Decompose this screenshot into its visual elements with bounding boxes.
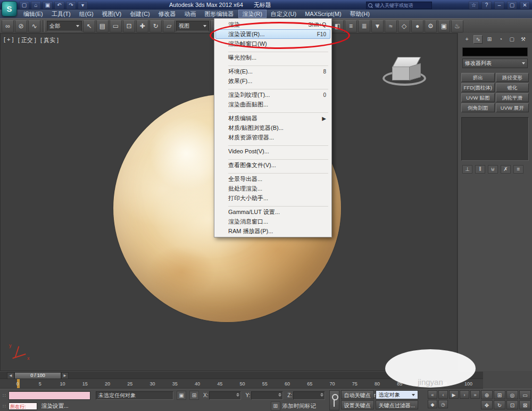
- menu-bar-item[interactable]: 图形编辑器: [201, 10, 238, 18]
- unlink-selection-icon[interactable]: ⊘: [15, 20, 27, 32]
- render-menu-item[interactable]: 渲染曲面贴图...: [214, 100, 331, 109]
- menu-bar-item[interactable]: 渲染(R): [238, 10, 267, 18]
- select-and-scale-icon[interactable]: ▱: [163, 20, 175, 32]
- schematic-view-icon[interactable]: ◇: [398, 20, 410, 32]
- key-mode-toggle-icon[interactable]: ◆: [428, 400, 437, 408]
- render-menu-item[interactable]: 渲染消息窗口...: [214, 217, 331, 226]
- set-key-button[interactable]: 设置关键点: [341, 400, 374, 409]
- tab-display[interactable]: ▢: [508, 35, 517, 44]
- modifier-set-button[interactable]: 路径变形: [496, 73, 529, 82]
- show-end-result-icon[interactable]: ‖: [475, 165, 485, 174]
- pin-stack-icon[interactable]: ⊥: [462, 165, 472, 174]
- reference-coordinate-dropdown[interactable]: 视图: [176, 21, 209, 31]
- curve-editor-icon[interactable]: ≈: [385, 20, 397, 32]
- modifier-list-dropdown[interactable]: 修改器列表: [462, 59, 528, 68]
- orbit-icon[interactable]: ↻: [494, 400, 505, 409]
- render-menu-item[interactable]: [228, 49, 328, 52]
- select-and-rotate-icon[interactable]: ↻: [149, 20, 162, 32]
- render-menu-item[interactable]: 材质编辑器 ▶: [214, 113, 331, 123]
- render-menu-item[interactable]: RAM 播放器(P)...: [214, 226, 331, 236]
- render-menu-item[interactable]: 环境(E)... 8: [214, 67, 331, 76]
- modifier-set-button[interactable]: 挤出: [461, 73, 495, 82]
- menu-bar-item[interactable]: 视图(V): [98, 10, 126, 18]
- y-coordinate-field[interactable]: [251, 391, 283, 400]
- menu-bar-item[interactable]: 组(G): [75, 10, 98, 18]
- select-and-move-icon[interactable]: ✚: [136, 20, 148, 32]
- sign-in-icon[interactable]: ☆: [469, 1, 479, 10]
- render-menu-item[interactable]: 查看图像文件(V)...: [214, 160, 331, 170]
- render-menu-item[interactable]: [228, 63, 328, 66]
- render-menu-item[interactable]: 渲染 Shift+Q: [214, 20, 331, 29]
- tab-modify[interactable]: ∿: [473, 35, 483, 44]
- menu-bar-item[interactable]: 自定义(U): [267, 10, 301, 18]
- viewcube[interactable]: [380, 50, 429, 94]
- modifier-set-button[interactable]: 涡轮平滑: [496, 93, 529, 102]
- graphite-ribbon-icon[interactable]: ▼: [371, 20, 384, 32]
- viewport-view-label[interactable]: [ 正交 ]: [18, 36, 36, 44]
- close-icon[interactable]: ✕: [520, 1, 530, 10]
- save-file-icon[interactable]: ▣: [43, 1, 53, 10]
- render-menu-item[interactable]: 渲染到纹理(T)... 0: [214, 90, 331, 100]
- modifier-set-button[interactable]: UVW 展开: [496, 103, 529, 112]
- render-menu-item[interactable]: Gamma/LUT 设置...: [214, 207, 331, 217]
- object-name-field[interactable]: [462, 47, 528, 56]
- zoom-extents-icon[interactable]: ◎: [506, 390, 518, 399]
- zoom-all-icon[interactable]: ⊞: [494, 390, 505, 399]
- render-menu-item[interactable]: 效果(F)...: [214, 76, 331, 86]
- render-menu-item[interactable]: 批处理渲染...: [214, 184, 331, 193]
- region-zoom-icon[interactable]: ⊡: [506, 400, 518, 409]
- selection-set-dropdown[interactable]: 选定对象: [376, 390, 418, 399]
- select-by-name-icon[interactable]: ▤: [96, 20, 109, 32]
- make-unique-icon[interactable]: ⊎: [488, 165, 498, 174]
- time-configuration-icon[interactable]: ◷: [438, 400, 448, 408]
- render-menu-item[interactable]: 全景导出器...: [214, 174, 331, 184]
- new-scene-icon[interactable]: ▢: [19, 1, 29, 10]
- project-folder-icon[interactable]: ▾: [78, 1, 88, 10]
- window-crossing-icon[interactable]: ⊡: [123, 20, 135, 32]
- redo-icon[interactable]: ↷: [66, 1, 76, 10]
- mini-listener-grip[interactable]: ∷: [1, 404, 7, 409]
- layer-manager-icon[interactable]: ≣: [358, 20, 370, 32]
- render-menu-item[interactable]: [228, 157, 328, 160]
- menu-bar-item[interactable]: 工具(T): [47, 10, 75, 18]
- tab-utilities[interactable]: ⚒: [519, 35, 528, 44]
- selection-filter-dropdown[interactable]: 全部: [47, 21, 82, 31]
- viewport-shading-label[interactable]: [ 真实 ]: [40, 36, 59, 44]
- menu-bar-item[interactable]: 动画: [180, 10, 201, 18]
- remove-modifier-icon[interactable]: ✗: [501, 165, 511, 174]
- time-tag[interactable]: ⊞ 添加时间标记: [271, 401, 316, 410]
- go-to-start-icon[interactable]: «: [428, 390, 437, 399]
- go-to-end-icon[interactable]: »: [470, 390, 480, 399]
- tab-hierarchy[interactable]: ⊞: [485, 35, 494, 44]
- undo-icon[interactable]: ↶: [54, 1, 64, 10]
- lock-selection-icon[interactable]: ▣: [177, 391, 186, 400]
- app-menu-button[interactable]: S: [2, 1, 17, 17]
- render-setup-icon[interactable]: ⚙: [425, 20, 437, 32]
- render-production-icon[interactable]: ♨: [451, 20, 463, 32]
- maxscript-listener-field[interactable]: 所在行:: [9, 402, 37, 410]
- render-menu-item[interactable]: 材质/贴图浏览器(B)...: [214, 123, 331, 133]
- maximize-viewport-icon[interactable]: ⊠: [519, 400, 531, 409]
- mirror-icon[interactable]: ◧: [331, 20, 344, 32]
- align-icon[interactable]: ≡: [345, 20, 357, 32]
- viewport-menu-label[interactable]: [ + ]: [4, 36, 14, 44]
- rendered-frame-window-icon[interactable]: ▣: [438, 20, 450, 32]
- absolute-offset-toggle-icon[interactable]: ⊞: [189, 391, 199, 400]
- render-menu-item[interactable]: [228, 143, 328, 146]
- render-menu-item[interactable]: [228, 110, 328, 113]
- menu-bar-item[interactable]: 编辑(E): [19, 10, 47, 18]
- render-menu-item[interactable]: 材质资源管理器...: [214, 133, 331, 142]
- pan-icon[interactable]: ✥: [481, 400, 493, 409]
- modifier-set-button[interactable]: FFD(圆柱体): [461, 83, 495, 92]
- menu-bar-item[interactable]: 创建(C): [126, 10, 154, 18]
- select-object-icon[interactable]: ↖: [83, 20, 95, 32]
- render-menu-item[interactable]: [228, 203, 328, 207]
- render-menu-item[interactable]: [228, 170, 328, 174]
- render-menu-item[interactable]: Video Post(V)...: [214, 146, 331, 156]
- rectangular-selection-region-icon[interactable]: ▭: [110, 20, 122, 32]
- render-menu-item[interactable]: 渲染帧窗口(W): [214, 39, 331, 48]
- x-coordinate-field[interactable]: [209, 391, 241, 400]
- select-and-link-icon[interactable]: ∞: [2, 20, 14, 32]
- modifier-set-button[interactable]: 锥化: [496, 83, 529, 92]
- tab-motion[interactable]: ◔: [496, 35, 505, 44]
